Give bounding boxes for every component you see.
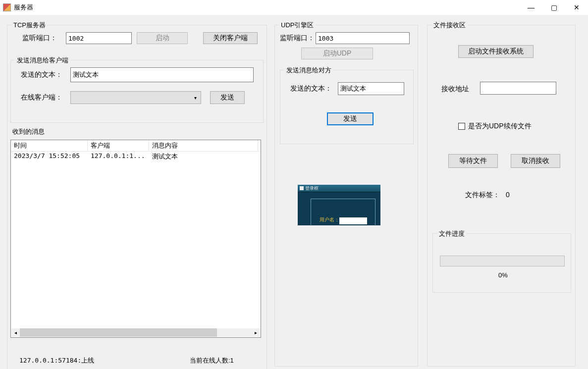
listview-header: 时间 客户端 消息内容 — [11, 140, 261, 152]
thumb-user-label: 用户名： — [320, 216, 339, 223]
window-titlebar: 服务器 — ▢ ✕ — [0, 0, 588, 15]
minimize-icon: — — [528, 3, 535, 11]
scroll-left-icon[interactable]: ◂ — [11, 328, 20, 337]
group-file-recv-legend: 文件接收区 — [431, 21, 468, 30]
udp-listen-port-input[interactable] — [316, 32, 410, 44]
tcp-close-client-button[interactable]: 关闭客户端 — [203, 32, 258, 44]
udp-send-button[interactable]: 发送 — [327, 112, 374, 125]
col-client[interactable]: 客户端 — [88, 140, 149, 151]
udp-listen-port-label: 监听端口： — [280, 34, 315, 43]
group-file-recv: 文件接收区 启动文件接收系统 接收地址 是否为UDP续传文件 等待文件 取消接收… — [427, 25, 576, 367]
group-tcp-recv: 收到的消息 时间 客户端 消息内容 2023/3/7 15:52:05 127.… — [10, 132, 264, 342]
group-tcp-send: 发送消息给客户端 发送的文本： 在线客户端： ▾ 发送 — [10, 60, 264, 123]
table-row[interactable]: 2023/3/7 15:52:05 127.0.0.1:1... 测试文本 — [11, 152, 261, 161]
tcp-online-clients-combo[interactable]: ▾ — [70, 91, 201, 104]
file-progress-bar — [440, 256, 565, 266]
tcp-send-text-label: 发送的文本： — [21, 70, 62, 79]
group-file-progress: 文件进度 0% — [432, 233, 571, 293]
tcp-send-button[interactable]: 发送 — [210, 91, 245, 104]
window-title: 服务器 — [14, 3, 33, 12]
file-start-system-button[interactable]: 启动文件接收系统 — [458, 45, 534, 58]
window-minimize-button[interactable]: — — [520, 0, 542, 15]
file-tag-value: 0 — [506, 191, 510, 199]
app-icon — [3, 3, 11, 11]
udp-start-button: 启动UDP — [301, 48, 373, 59]
file-wait-button[interactable]: 等待文件 — [448, 154, 498, 168]
thumb-title: 登录框 — [305, 185, 319, 192]
udp-send-text-label: 发送的文本： — [290, 84, 332, 93]
tcp-listen-port-label: 监听端口： — [22, 34, 57, 43]
group-tcp-server: TCP服务器 监听端口： 启动 关闭客户端 发送消息给客户端 发送的文本： 在线… — [7, 25, 267, 369]
file-cancel-button[interactable]: 取消接收 — [511, 154, 560, 168]
file-tag-label: 文件标签： — [465, 191, 500, 200]
group-udp-send: 发送消息给对方 发送的文本： 发送 — [280, 70, 414, 144]
group-file-progress-legend: 文件进度 — [437, 229, 467, 238]
group-udp-engine-legend: UDP引擎区 — [279, 21, 316, 30]
group-tcp-server-legend: TCP服务器 — [11, 21, 48, 30]
group-tcp-recv-legend: 收到的消息 — [10, 127, 47, 136]
scroll-right-icon[interactable]: ▸ — [252, 328, 260, 337]
listview-body: 2023/3/7 15:52:05 127.0.0.1:1... 测试文本 — [11, 152, 261, 329]
listview-hscrollbar[interactable]: ◂ ▸ — [11, 328, 260, 337]
file-udp-resume-label: 是否为UDP续传文件 — [468, 122, 532, 131]
maximize-icon: ▢ — [551, 3, 557, 11]
close-icon: ✕ — [574, 3, 580, 11]
cell-content: 测试文本 — [149, 152, 258, 161]
col-content[interactable]: 消息内容 — [149, 140, 258, 151]
group-tcp-send-legend: 发送消息给客户端 — [15, 56, 70, 65]
cell-time: 2023/3/7 15:52:05 — [11, 152, 88, 161]
udp-send-text-input[interactable] — [338, 82, 404, 95]
file-recv-addr-input[interactable] — [480, 82, 556, 95]
file-progress-text: 0% — [498, 271, 508, 279]
file-recv-addr-label: 接收地址 — [441, 85, 469, 94]
group-udp-send-legend: 发送消息给对方 — [284, 66, 333, 75]
group-udp-engine: UDP引擎区 监听端口： 启动UDP 发送消息给对方 发送的文本： 发送 登录框… — [274, 25, 418, 367]
scroll-thumb[interactable] — [20, 328, 217, 337]
thumb-app-icon — [300, 186, 304, 190]
udp-image-preview: 登录框 用户名： — [298, 185, 380, 225]
tcp-status-right: 当前在线人数:1 — [190, 356, 234, 365]
tcp-recv-listview[interactable]: 时间 客户端 消息内容 2023/3/7 15:52:05 127.0.0.1:… — [10, 140, 261, 338]
file-udp-resume-checkbox[interactable]: 是否为UDP续传文件 — [458, 122, 532, 131]
thumb-user-field — [339, 217, 367, 224]
checkbox-box-icon — [458, 123, 465, 130]
col-time[interactable]: 时间 — [11, 140, 88, 151]
tcp-listen-port-input[interactable] — [66, 32, 132, 44]
chevron-down-icon: ▾ — [194, 95, 197, 101]
window-close-button[interactable]: ✕ — [565, 0, 588, 15]
tcp-online-clients-label: 在线客户端： — [21, 93, 62, 102]
window-maximize-button[interactable]: ▢ — [542, 0, 565, 15]
cell-client: 127.0.0.1:1... — [88, 152, 149, 161]
tcp-status-left: 127.0.0.1:57184:上线 — [19, 356, 94, 365]
tcp-start-button: 启动 — [137, 32, 188, 44]
tcp-send-text-input[interactable] — [70, 67, 254, 82]
